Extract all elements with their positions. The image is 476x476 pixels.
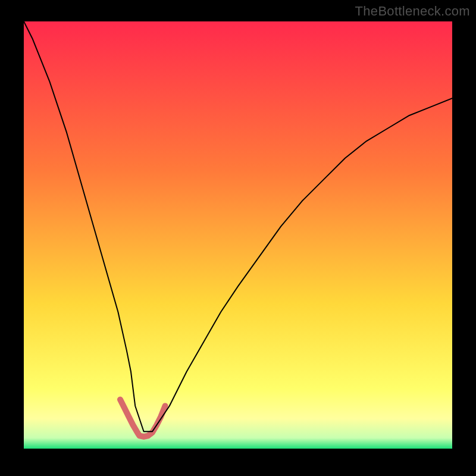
chart-svg [24,21,452,449]
gradient-background [24,21,452,449]
plot-area [24,21,452,449]
watermark-text: TheBottleneck.com [355,4,470,19]
chart-container: TheBottleneck.com [0,0,476,476]
